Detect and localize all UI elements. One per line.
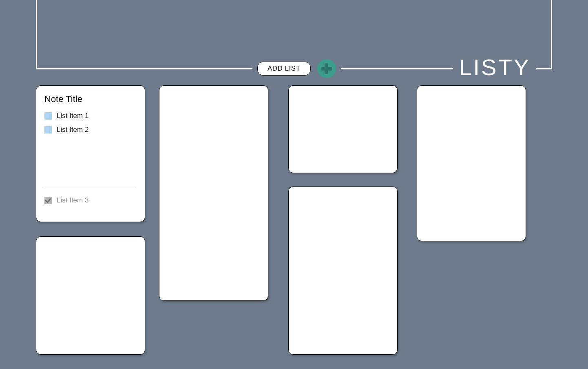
list-item: List Item 1: [44, 112, 137, 120]
checkbox-icon[interactable]: [44, 126, 52, 133]
checkbox-done-icon[interactable]: [44, 197, 52, 204]
list-item: List Item 2: [44, 126, 137, 134]
checkbox-icon[interactable]: [44, 112, 52, 120]
list-item-label: List Item 3: [57, 196, 88, 205]
add-icon-button[interactable]: [317, 59, 336, 78]
note-card[interactable]: [417, 85, 526, 241]
list-item: List Item 3: [44, 196, 137, 205]
list-item-label: List Item 1: [57, 112, 88, 120]
add-list-button[interactable]: ADD LIST: [257, 62, 311, 76]
app-title: LISTY: [459, 54, 531, 80]
completed-section: List Item 3: [44, 188, 137, 210]
note-card[interactable]: [159, 85, 268, 301]
note-title: Note Title: [44, 94, 137, 104]
note-card[interactable]: [288, 187, 398, 355]
note-card[interactable]: Note Title List Item 1 List Item 2 List …: [36, 85, 145, 222]
note-card[interactable]: [288, 85, 398, 173]
header-frame: ADD LIST LISTY: [36, 0, 552, 69]
active-items-list: List Item 1 List Item 2: [44, 112, 137, 134]
list-item-label: List Item 2: [57, 126, 88, 134]
completed-items-list: List Item 3: [44, 196, 137, 205]
divider: [44, 188, 137, 188]
note-card[interactable]: [36, 236, 145, 355]
